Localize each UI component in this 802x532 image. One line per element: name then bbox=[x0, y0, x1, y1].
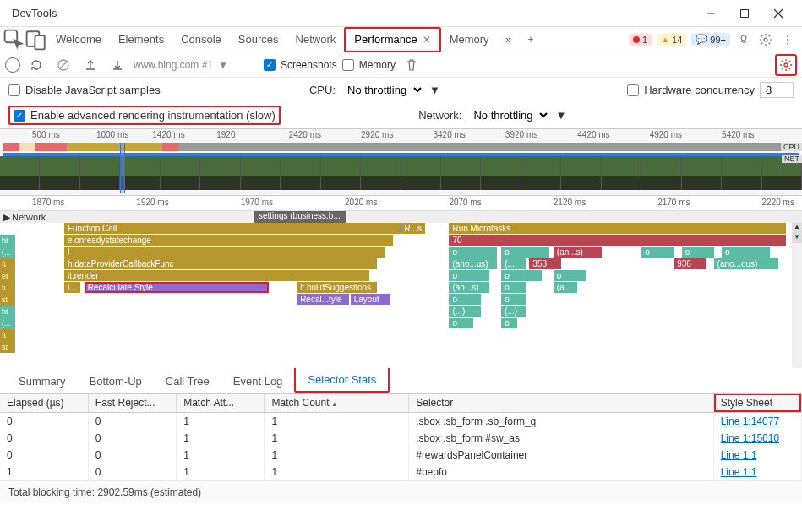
flame-bar[interactable]: o bbox=[449, 294, 481, 305]
flame-bar[interactable]: h.dataProviderCallbackFunc bbox=[64, 258, 377, 269]
settings-gear-icon[interactable] bbox=[755, 29, 777, 51]
delete-icon[interactable] bbox=[401, 54, 423, 76]
stylesheet-link[interactable]: Line 1:15610 bbox=[721, 432, 779, 444]
table-row[interactable]: 0011#rewardsPanelContainerLine 1:1 bbox=[0, 447, 802, 464]
flame-bar[interactable]: Run Microtasks bbox=[449, 223, 786, 234]
table-row[interactable]: 0011.sbox .sb_form .sb_form_qLine 1:1407… bbox=[0, 413, 802, 431]
flame-bar[interactable]: o bbox=[449, 318, 472, 328]
th-elapsed[interactable]: Elapsed (µs) bbox=[0, 394, 88, 413]
flame-bar[interactable]: o bbox=[501, 247, 549, 258]
tab-memory[interactable]: Memory bbox=[441, 27, 498, 52]
flame-bar[interactable]: o bbox=[449, 270, 488, 281]
flame-bar[interactable]: (ano...ous) bbox=[714, 258, 778, 269]
add-tab-icon[interactable]: ＋ bbox=[520, 29, 542, 51]
tab-performance[interactable]: Performance✕ bbox=[344, 27, 440, 52]
close-tab-icon[interactable]: ✕ bbox=[423, 34, 431, 46]
flame-bar[interactable]: o bbox=[449, 247, 497, 258]
reload-record-icon[interactable] bbox=[25, 54, 47, 76]
flame-bar[interactable]: (... bbox=[501, 258, 525, 269]
flame-bar[interactable]: (...) bbox=[449, 306, 481, 317]
flame-bar[interactable]: Layout bbox=[351, 294, 390, 305]
stylesheet-link[interactable]: Line 1:1 bbox=[721, 449, 757, 461]
hw-concurrency-input[interactable] bbox=[760, 82, 794, 98]
flame-bar[interactable]: (an...s) bbox=[554, 247, 602, 258]
flame-bar[interactable]: o bbox=[501, 294, 525, 305]
flame-bar[interactable]: o bbox=[501, 318, 517, 328]
flame-bar[interactable]: (ano...us) bbox=[449, 258, 497, 269]
network-throttle-select[interactable]: No throttling bbox=[466, 106, 550, 124]
flame-bar[interactable]: 353 bbox=[529, 258, 561, 269]
scroll-down-icon[interactable]: ▼ bbox=[792, 233, 802, 243]
cpu-throttle-select[interactable]: No throttling bbox=[341, 81, 424, 99]
tab-elements[interactable]: Elements bbox=[110, 27, 172, 52]
hw-concurrency-checkbox[interactable] bbox=[627, 84, 639, 96]
tab-bottom-up[interactable]: Bottom-Up bbox=[78, 370, 154, 393]
tab-console[interactable]: Console bbox=[172, 27, 230, 52]
expand-network-icon[interactable]: ▶ bbox=[3, 212, 12, 223]
screenshots-checkbox[interactable]: ✓ bbox=[264, 59, 276, 71]
th-selector[interactable]: Selector bbox=[409, 394, 713, 413]
flame-bar[interactable]: (an...s) bbox=[449, 282, 488, 293]
download-icon[interactable] bbox=[106, 54, 128, 76]
timeline-overview[interactable]: 500 ms 1000 ms 1420 ms 1920 2420 ms 2920… bbox=[0, 128, 802, 196]
tab-event-log[interactable]: Event Log bbox=[221, 370, 295, 393]
record-button[interactable] bbox=[5, 57, 20, 73]
memory-checkbox[interactable] bbox=[342, 59, 354, 71]
upload-icon[interactable] bbox=[79, 54, 101, 76]
flame-bar[interactable]: Recal...tyle bbox=[297, 294, 349, 305]
adv-rendering-checkbox[interactable]: ✓ bbox=[14, 110, 25, 122]
flame-bar-recalculate-style[interactable]: Recalculate Style bbox=[85, 282, 269, 293]
tab-selector-stats[interactable]: Selector Stats bbox=[294, 366, 390, 393]
scroll-up-icon[interactable]: ▲ bbox=[792, 223, 802, 233]
tab-network[interactable]: Network bbox=[287, 27, 345, 52]
close-button[interactable] bbox=[761, 2, 795, 25]
maximize-button[interactable] bbox=[728, 2, 761, 25]
tab-summary[interactable]: Summary bbox=[7, 370, 78, 393]
feedback-icon[interactable] bbox=[733, 29, 755, 51]
table-row[interactable]: 0011.sbox .sb_form #sw_asLine 1:15610 bbox=[0, 430, 802, 447]
stylesheet-link[interactable]: Line 1:14077 bbox=[721, 415, 779, 427]
errors-badge[interactable]: 1 bbox=[629, 34, 652, 46]
network-request-badge[interactable]: settings (business.b... bbox=[254, 211, 346, 223]
overview-selection[interactable] bbox=[120, 143, 125, 193]
flame-chart[interactable]: ▶ Network settings (business.b... Functi… bbox=[0, 211, 802, 368]
th-match-count[interactable]: Match Count bbox=[265, 394, 409, 413]
flame-bar[interactable]: o bbox=[501, 282, 525, 293]
flame-bar[interactable]: (a... bbox=[554, 282, 577, 293]
flame-bar[interactable]: R...s bbox=[401, 223, 425, 234]
flame-scrollbar[interactable]: ▲▼ bbox=[792, 223, 802, 368]
inspect-icon[interactable] bbox=[3, 29, 25, 51]
flame-bar[interactable]: (...) bbox=[501, 306, 525, 317]
th-match-att[interactable]: Match Att... bbox=[177, 394, 265, 413]
flame-bar[interactable]: e.onreadystatechange bbox=[64, 235, 393, 246]
tab-sources[interactable]: Sources bbox=[230, 27, 287, 52]
flame-bar[interactable]: Function Call bbox=[64, 223, 401, 234]
recording-url[interactable]: www.bing.com #1 bbox=[134, 59, 213, 71]
flame-bar[interactable]: it.buildSuggestions bbox=[297, 282, 377, 293]
flame-bar[interactable]: o bbox=[641, 247, 674, 258]
device-toggle-icon[interactable] bbox=[25, 29, 47, 51]
minimize-button[interactable] bbox=[694, 2, 728, 25]
tab-welcome[interactable]: Welcome bbox=[47, 27, 110, 52]
th-fast-reject[interactable]: Fast Reject... bbox=[88, 394, 176, 413]
th-stylesheet[interactable]: Style Sheet bbox=[713, 394, 801, 413]
network-track-row[interactable]: ▶ Network settings (business.b... bbox=[0, 211, 802, 223]
warnings-badge[interactable]: ▲14 bbox=[657, 34, 686, 46]
tab-call-tree[interactable]: Call Tree bbox=[154, 370, 221, 393]
table-row[interactable]: 1011#bepfoLine 1:1 bbox=[0, 464, 802, 480]
flame-bar[interactable]: it.render bbox=[64, 270, 369, 281]
flame-bar[interactable]: o bbox=[722, 247, 770, 258]
flame-bar[interactable]: o bbox=[682, 247, 714, 258]
flame-bar[interactable]: 936 bbox=[674, 258, 706, 269]
info-badge[interactable]: 💬99+ bbox=[691, 33, 730, 46]
flame-bar[interactable]: l bbox=[64, 247, 385, 258]
flame-bar[interactable]: o bbox=[501, 270, 541, 281]
kebab-menu-icon[interactable]: ⋮ bbox=[777, 29, 799, 51]
capture-settings-gear-icon[interactable] bbox=[775, 54, 797, 76]
flame-bar[interactable]: 70 bbox=[449, 235, 786, 246]
flame-bar[interactable]: o bbox=[554, 270, 586, 281]
flame-bar[interactable]: i... bbox=[64, 282, 80, 293]
more-tabs-chevron-icon[interactable]: » bbox=[498, 29, 520, 51]
disable-js-checkbox[interactable] bbox=[8, 84, 20, 96]
clear-icon[interactable] bbox=[52, 54, 74, 76]
